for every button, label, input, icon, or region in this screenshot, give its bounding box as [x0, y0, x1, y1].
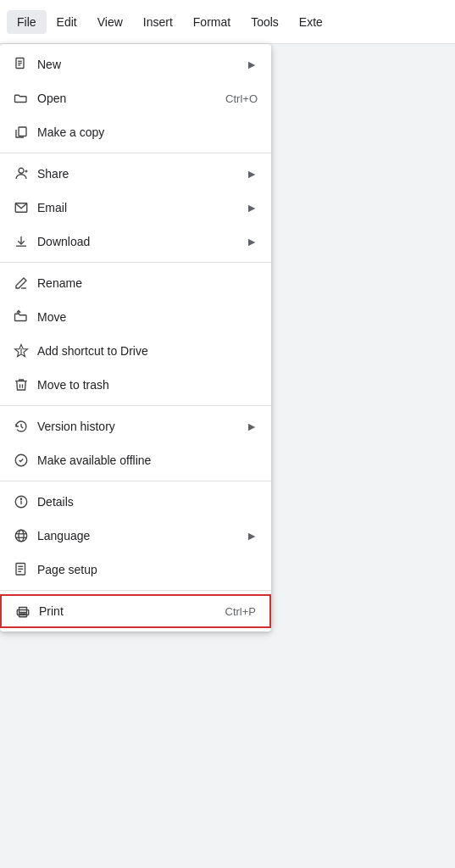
- offline-icon: [14, 453, 37, 468]
- language-icon: [14, 528, 37, 543]
- menu-view[interactable]: View: [87, 10, 133, 34]
- menu-item-make-copy[interactable]: Make a copy: [0, 115, 271, 149]
- download-icon: [14, 234, 37, 249]
- dropdown-container: New ► Open Ctrl+O Mak: [0, 44, 271, 632]
- version-arrow-icon: ►: [246, 420, 258, 433]
- move-icon: [14, 309, 37, 325]
- svg-point-20: [15, 530, 27, 542]
- menu-item-add-shortcut-label: Add shortcut to Drive: [37, 344, 258, 358]
- menu-item-make-copy-label: Make a copy: [37, 125, 258, 139]
- menu-section-2: Share ► Email ►: [0, 153, 271, 263]
- svg-rect-4: [19, 127, 26, 136]
- language-arrow-icon: ►: [246, 529, 258, 542]
- print-icon: [15, 604, 39, 619]
- menu-item-version-history[interactable]: Version history ►: [0, 409, 271, 443]
- menu-item-new[interactable]: New ►: [0, 47, 271, 81]
- menu-item-page-setup[interactable]: Page setup: [0, 553, 271, 587]
- page-icon: [14, 562, 37, 577]
- arrow-icon: ►: [246, 58, 258, 71]
- menu-section-1: New ► Open Ctrl+O Mak: [0, 44, 271, 153]
- menu-bar: File Edit View Insert Format Tools Exte: [0, 0, 455, 44]
- svg-point-5: [19, 168, 24, 173]
- svg-point-21: [19, 530, 24, 542]
- menu-item-email[interactable]: Email ►: [0, 191, 271, 225]
- menu-item-print-shortcut: Ctrl+P: [225, 605, 256, 618]
- copy-icon: [14, 125, 37, 140]
- menu-item-details[interactable]: Details: [0, 485, 271, 519]
- menu-item-offline[interactable]: Make available offline: [0, 443, 271, 477]
- document-icon: [14, 57, 37, 72]
- menu-item-open[interactable]: Open Ctrl+O: [0, 81, 271, 115]
- menu-section-4: Version history ► Make available offline: [0, 406, 271, 481]
- menu-item-new-label: New: [37, 58, 242, 71]
- menu-item-rename-label: Rename: [37, 276, 258, 290]
- menu-item-add-shortcut[interactable]: Add shortcut to Drive: [0, 334, 271, 368]
- menu-item-share[interactable]: Share ►: [0, 157, 271, 191]
- menu-item-details-label: Details: [37, 495, 258, 509]
- history-icon: [14, 419, 37, 434]
- file-dropdown: New ► Open Ctrl+O Mak: [0, 44, 271, 632]
- menu-item-print-label: Print: [39, 604, 219, 618]
- menu-item-language[interactable]: Language ►: [0, 519, 271, 553]
- menu-section-6: Print Ctrl+P: [0, 591, 271, 632]
- email-icon: [14, 200, 37, 215]
- share-icon: [14, 166, 37, 181]
- menu-section-5: Details Language ►: [0, 481, 271, 591]
- folder-icon: [14, 91, 37, 106]
- menu-section-3: Rename Move: [0, 263, 271, 406]
- menu-extensions[interactable]: Exte: [289, 10, 333, 34]
- menu-tools[interactable]: Tools: [241, 10, 289, 34]
- menu-item-version-history-label: Version history: [37, 420, 242, 433]
- menu-item-move-trash-label: Move to trash: [37, 378, 258, 392]
- trash-icon: [14, 377, 37, 392]
- menu-item-move-label: Move: [37, 310, 258, 324]
- menu-edit[interactable]: Edit: [47, 10, 87, 34]
- menu-insert[interactable]: Insert: [133, 10, 183, 34]
- menu-format[interactable]: Format: [183, 10, 241, 34]
- menu-item-offline-label: Make available offline: [37, 453, 258, 467]
- rename-icon: [14, 275, 37, 291]
- share-arrow-icon: ►: [246, 167, 258, 181]
- menu-item-language-label: Language: [37, 529, 242, 542]
- menu-item-rename[interactable]: Rename: [0, 266, 271, 300]
- email-arrow-icon: ►: [246, 201, 258, 214]
- menu-file[interactable]: File: [7, 10, 47, 34]
- menu-item-move[interactable]: Move: [0, 300, 271, 334]
- menu-item-share-label: Share: [37, 167, 242, 181]
- menu-item-print[interactable]: Print Ctrl+P: [0, 594, 271, 628]
- menu-item-open-shortcut: Ctrl+O: [225, 92, 258, 105]
- svg-rect-29: [20, 614, 25, 615]
- menu-item-page-setup-label: Page setup: [37, 563, 258, 576]
- download-arrow-icon: ►: [246, 235, 258, 248]
- menu-item-move-trash[interactable]: Move to trash: [0, 368, 271, 402]
- info-icon: [14, 494, 37, 509]
- menu-item-download-label: Download: [37, 235, 242, 248]
- svg-point-19: [20, 498, 21, 499]
- menu-item-email-label: Email: [37, 201, 242, 214]
- shortcut-icon: [14, 343, 37, 359]
- menu-item-open-label: Open: [37, 92, 219, 105]
- menu-item-download[interactable]: Download ►: [0, 225, 271, 259]
